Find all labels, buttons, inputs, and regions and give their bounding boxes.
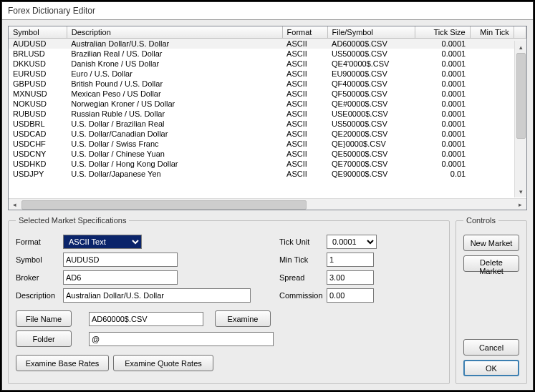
cell-symbol: USDCNY	[9, 149, 67, 159]
vertical-scrollbar[interactable]: ▴ ▾	[514, 41, 526, 197]
cell-tick: 0.0001	[415, 159, 470, 169]
specs-group: Selected Market Specifications Format AS…	[8, 216, 450, 384]
cell-tick: 0.0001	[415, 129, 470, 139]
scroll-up-icon[interactable]: ▴	[515, 41, 527, 53]
cell-format: ASCII	[282, 139, 327, 149]
symbol-table-wrap: Symbol Description Format File/Symbol Ti…	[8, 26, 527, 210]
cell-mintick	[470, 49, 514, 59]
cell-description: Norwegian Kroner / US Dollar	[67, 99, 282, 109]
cell-mintick	[470, 169, 514, 179]
folder-button[interactable]: Folder	[16, 330, 72, 347]
table-row[interactable]: BRLUSDBrazilian Real / US. DollarASCIIUS…	[9, 49, 526, 59]
label-tickunit: Tick Unit	[279, 237, 322, 246]
col-description[interactable]: Description	[67, 26, 282, 39]
cell-tick: 0.01	[415, 169, 470, 179]
cell-format: ASCII	[282, 99, 327, 109]
cell-file: QE#0000$.CSV	[327, 99, 415, 109]
cell-file: USE0000$.CSV	[327, 109, 415, 119]
cell-symbol: USDHKD	[9, 159, 67, 169]
cell-format: ASCII	[282, 39, 327, 49]
filename-button[interactable]: File Name	[16, 310, 72, 327]
hscroll-thumb[interactable]	[21, 200, 307, 210]
col-symbol[interactable]: Symbol	[9, 26, 67, 39]
cell-symbol: USDCAD	[9, 129, 67, 139]
table-row[interactable]: EURUSDEuro / U.S. DollarASCIIEU90000$.CS…	[9, 69, 526, 79]
vscroll-thumb[interactable]	[516, 53, 526, 139]
description-input[interactable]	[63, 288, 251, 303]
cell-description: Mexican Peso / US Dollar	[67, 89, 282, 99]
delete-market-button[interactable]: Delete Market	[463, 255, 519, 272]
scroll-down-icon[interactable]: ▾	[515, 185, 527, 197]
folder-input[interactable]	[89, 332, 274, 346]
ok-button[interactable]: OK	[463, 360, 519, 376]
cell-format: ASCII	[282, 119, 327, 129]
cell-format: ASCII	[282, 89, 327, 99]
table-row[interactable]: USDCADU.S. Dollar/Canadian DollarASCIIQE…	[9, 129, 526, 139]
new-market-button[interactable]: New Market	[463, 235, 519, 251]
commission-input[interactable]	[327, 288, 374, 303]
table-row[interactable]: USDHKDU.S. Dollar / Hong Kong DollarASCI…	[9, 159, 526, 169]
cell-file: EU90000$.CSV	[327, 69, 415, 79]
cell-symbol: USDCHF	[9, 139, 67, 149]
cell-description: U.S. Dollar/Canadian Dollar	[67, 129, 282, 139]
cell-mintick	[470, 109, 514, 119]
cell-tick: 0.0001	[415, 149, 470, 159]
col-ticksize[interactable]: Tick Size	[415, 26, 470, 39]
tickunit-select[interactable]: 0.0001	[327, 235, 377, 249]
table-row[interactable]: DKKUSDDanish Krone / US DollarASCIIQE4'0…	[9, 59, 526, 69]
mintick-input[interactable]	[327, 253, 374, 267]
col-pad	[514, 26, 526, 39]
cell-file: QE70000$.CSV	[327, 159, 415, 169]
table-row[interactable]: USDJPYU.S. Dollar/Japanese YenASCIIQE900…	[9, 169, 526, 179]
col-mintick[interactable]: Min Tick	[470, 26, 514, 39]
spread-input[interactable]	[327, 270, 374, 285]
cell-description: Russian Ruble / US. Dollar	[67, 109, 282, 119]
table-row[interactable]: MXNUSDMexican Peso / US DollarASCIIQF500…	[9, 89, 526, 99]
label-symbol: Symbol	[16, 255, 59, 264]
scroll-right-icon[interactable]: ▸	[514, 199, 526, 211]
label-commission: Commission	[279, 291, 322, 300]
filename-input[interactable]	[89, 312, 203, 326]
cell-symbol: NOKUSD	[9, 99, 67, 109]
scroll-left-icon[interactable]: ◂	[9, 199, 21, 211]
label-description: Description	[16, 291, 59, 300]
table-row[interactable]: USDCNYU.S. Dollar / Chinese YuanASCIIQE5…	[9, 149, 526, 159]
table-row[interactable]: RUBUSDRussian Ruble / US. DollarASCIIUSE…	[9, 109, 526, 119]
cell-file: US50000$.CSV	[327, 119, 415, 129]
cell-description: Brazilian Real / US. Dollar	[67, 49, 282, 59]
examine-quote-rates-button[interactable]: Examine Quote Rates	[113, 355, 213, 371]
examine-button[interactable]: Examine	[215, 310, 271, 327]
cell-mintick	[470, 89, 514, 99]
cell-symbol: BRLUSD	[9, 49, 67, 59]
cell-file: QE90000$.CSV	[327, 169, 415, 179]
broker-input[interactable]	[63, 270, 178, 285]
cell-description: U.S. Dollar / Brazilian Real	[67, 119, 282, 129]
cell-format: ASCII	[282, 109, 327, 119]
table-row[interactable]: GBPUSDBritish Pound / U.S. DollarASCIIQF…	[9, 79, 526, 89]
label-broker: Broker	[16, 273, 59, 282]
specs-legend: Selected Market Specifications	[16, 216, 129, 225]
format-select[interactable]: ASCII Text	[63, 235, 142, 249]
label-spread: Spread	[279, 273, 322, 282]
table-row[interactable]: AUDUSDAustralian Dollar/U.S. DollarASCII…	[9, 39, 526, 49]
window-title: Forex Dictionary Editor	[2, 2, 533, 20]
controls-legend: Controls	[463, 216, 498, 225]
controls-group: Controls New Market Delete Market Cancel…	[456, 216, 527, 384]
cell-format: ASCII	[282, 49, 327, 59]
table-row[interactable]: NOKUSDNorwegian Kroner / US DollarASCIIQ…	[9, 99, 526, 109]
symbol-table[interactable]: Symbol Description Format File/Symbol Ti…	[9, 26, 526, 179]
cell-file: AD60000$.CSV	[327, 39, 415, 49]
cell-file: US50000$.CSV	[327, 49, 415, 59]
cell-file: QE50000$.CSV	[327, 149, 415, 159]
cell-description: U.S. Dollar / Swiss Franc	[67, 139, 282, 149]
col-format[interactable]: Format	[282, 26, 327, 39]
horizontal-scrollbar[interactable]: ◂ ▸	[9, 198, 526, 210]
examine-base-rates-button[interactable]: Examine Base Rates	[16, 355, 109, 371]
table-row[interactable]: USDBRLU.S. Dollar / Brazilian RealASCIIU…	[9, 119, 526, 129]
cancel-button[interactable]: Cancel	[463, 339, 519, 356]
symbol-input[interactable]	[63, 253, 178, 267]
cell-tick: 0.0001	[415, 119, 470, 129]
table-row[interactable]: USDCHFU.S. Dollar / Swiss FrancASCIIQE}0…	[9, 139, 526, 149]
cell-mintick	[470, 69, 514, 79]
col-file[interactable]: File/Symbol	[327, 26, 415, 39]
